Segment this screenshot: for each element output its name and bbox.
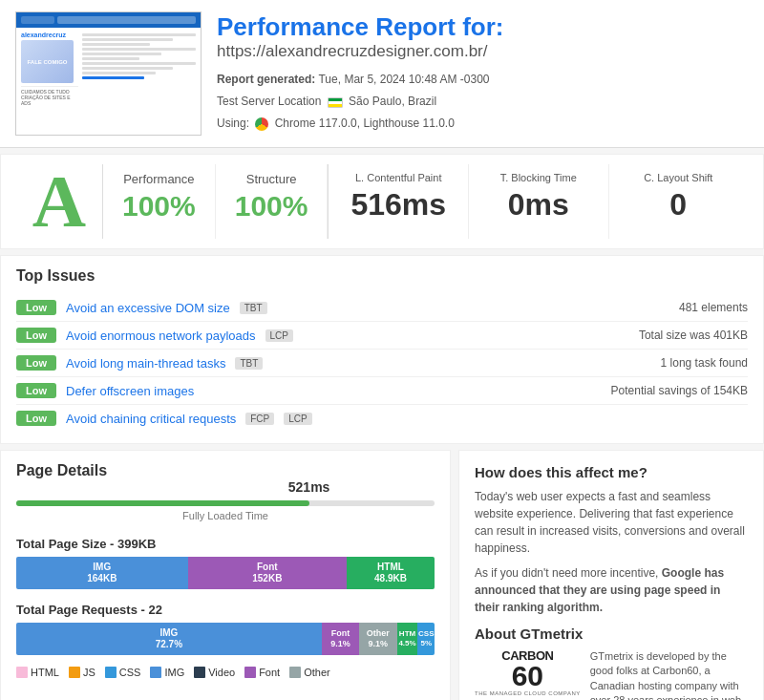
issue-tag-tbt2: TBT — [235, 357, 263, 370]
cls-metric: C. Layout Shift 0 — [609, 164, 749, 239]
issue-detail: Total size was 401KB — [639, 329, 748, 342]
carbon-logo: CARBON 60 THE MANAGED CLOUD COMPANY — [475, 649, 581, 696]
issue-link[interactable]: Defer offscreen images — [66, 384, 194, 398]
req-bar-other: Other9.1% — [359, 623, 396, 655]
size-bar-font: Font152KB — [188, 557, 347, 589]
report-generated: Report generated: Tue, Mar 5, 2024 10:48… — [217, 73, 489, 86]
issue-link[interactable]: Avoid long main-thread tasks — [66, 356, 225, 371]
loaded-time-label: Fully Loaded Time — [16, 510, 435, 521]
affect-para1: Today's web user expects a fast and seam… — [475, 488, 748, 557]
legend-css: CSS — [105, 667, 141, 678]
issue-tag-tbt: TBT — [240, 302, 267, 314]
affect-para2: As if you didn't need more incentive, Go… — [475, 564, 748, 616]
scores-section: A Performance 100% Structure 100% L. Con… — [0, 154, 764, 249]
performance-label: Performance — [122, 172, 196, 186]
issue-link[interactable]: Avoid enormous network payloads — [66, 329, 256, 343]
report-title: Performance Report for: — [217, 12, 749, 42]
tbt-value: 0ms — [480, 187, 597, 223]
issue-badge-low: Low — [16, 355, 56, 371]
lcp-metric: L. Contentful Paint 516ms — [329, 164, 469, 239]
loaded-time-fill — [16, 500, 309, 506]
tbt-label: T. Blocking Time — [480, 172, 597, 183]
size-bar-img: IMG164KB — [16, 557, 188, 589]
structure-label: Structure — [235, 172, 308, 186]
loaded-time-track: 521ms — [16, 500, 435, 506]
affect-title: How does this affect me? — [475, 464, 748, 480]
size-bar-html: HTML48.9KB — [347, 557, 435, 589]
server-location: Test Server Location São Paulo, Brazil — [217, 95, 436, 108]
tbt-metric: T. Blocking Time 0ms — [469, 164, 609, 239]
website-screenshot: alexandrecruz FALE COMIGO CUIDAMOS DE TU… — [15, 11, 202, 136]
header: alexandrecruz FALE COMIGO CUIDAMOS DE TU… — [0, 0, 764, 148]
page-details-title: Page Details — [16, 462, 435, 479]
report-info: Performance Report for: https://alexandr… — [217, 12, 749, 135]
legend: HTML JS CSS IMG Video Font — [16, 667, 435, 678]
perf-struct-scores: Performance 100% Structure 100% — [102, 164, 328, 239]
issue-tag-lcp2: LCP — [284, 413, 311, 425]
issue-badge-low: Low — [16, 383, 56, 398]
metrics-scores: L. Contentful Paint 516ms T. Blocking Ti… — [328, 164, 748, 239]
issue-badge-low: Low — [16, 300, 56, 315]
issue-detail: Potential savings of 154KB — [611, 384, 748, 397]
top-issues-title: Top Issues — [16, 267, 748, 285]
top-issues-section: Top Issues Low Avoid an excessive DOM si… — [0, 255, 764, 444]
issue-badge-low: Low — [16, 411, 56, 426]
grade-box: A — [16, 164, 102, 239]
issue-link[interactable]: Avoid an excessive DOM size — [66, 301, 230, 315]
bottom-section: Page Details 521ms Fully Loaded Time Tot… — [0, 450, 764, 700]
affect-section: How does this affect me? Today's web use… — [458, 450, 764, 700]
cls-label: C. Layout Shift — [621, 172, 737, 183]
report-url: https://alexandrecruzdesigner.com.br/ — [217, 42, 749, 61]
req-bar-css: CSS5% — [417, 623, 435, 655]
performance-value: 100% — [122, 190, 196, 223]
cls-value: 0 — [621, 187, 737, 223]
legend-img: IMG — [150, 667, 184, 678]
lcp-value: 516ms — [340, 187, 456, 223]
issue-tag-lcp: LCP — [265, 329, 293, 342]
loaded-time-container: 521ms Fully Loaded Time — [16, 500, 435, 521]
performance-score: Performance 100% — [103, 164, 216, 239]
report-meta: Report generated: Tue, Mar 5, 2024 10:48… — [217, 69, 749, 134]
structure-value: 100% — [235, 190, 308, 223]
grade-letter: A — [32, 164, 86, 239]
issues-list: Low Avoid an excessive DOM size TBT 481 … — [16, 294, 748, 432]
issue-row: Low Avoid enormous network payloads LCP … — [16, 322, 748, 350]
issue-badge-low: Low — [16, 328, 56, 343]
structure-score: Structure 100% — [216, 164, 329, 239]
issue-row: Low Avoid long main-thread tasks TBT 1 l… — [16, 350, 748, 377]
issue-detail: 481 elements — [679, 301, 748, 314]
legend-other: Other — [289, 667, 330, 678]
carbon-info: GTmetrix is developed by the good folks … — [590, 649, 748, 700]
issue-link[interactable]: Avoid chaining critical requests — [66, 412, 236, 426]
total-size-label: Total Page Size - 399KB — [16, 537, 435, 551]
req-bar-img: IMG72.7% — [16, 623, 322, 655]
req-bar-html: HTM4.5% — [397, 623, 418, 655]
loaded-time-value: 521ms — [288, 479, 330, 495]
using-info: Using: Chrome 117.0.0, Lighthouse 11.0.0 — [217, 117, 455, 130]
issue-row: Low Avoid chaining critical requests FCP… — [16, 405, 748, 432]
issue-tag-fcp: FCP — [245, 413, 274, 425]
carbon-desc: GTmetrix is developed by the good folks … — [590, 649, 748, 700]
issue-row: Low Defer offscreen images Potential sav… — [16, 377, 748, 405]
about-title: About GTmetrix — [475, 626, 748, 642]
legend-html: HTML — [16, 667, 59, 678]
issue-row: Low Avoid an excessive DOM size TBT 481 … — [16, 294, 748, 322]
carbon-section: CARBON 60 THE MANAGED CLOUD COMPANY GTme… — [475, 649, 748, 700]
legend-js: JS — [69, 667, 96, 678]
size-stacked-bar: IMG164KB Font152KB HTML48.9KB — [16, 557, 435, 589]
page-details-section: Page Details 521ms Fully Loaded Time Tot… — [0, 450, 451, 700]
requests-stacked-bar: IMG72.7% Font9.1% Other9.1% HTM4.5% CSS5… — [16, 623, 435, 655]
requests-label: Total Page Requests - 22 — [16, 603, 435, 617]
req-bar-font: Font9.1% — [322, 623, 359, 655]
legend-video: Video — [194, 667, 235, 678]
lcp-label: L. Contentful Paint — [340, 172, 456, 183]
legend-font: Font — [244, 667, 280, 678]
issue-detail: 1 long task found — [661, 356, 748, 370]
